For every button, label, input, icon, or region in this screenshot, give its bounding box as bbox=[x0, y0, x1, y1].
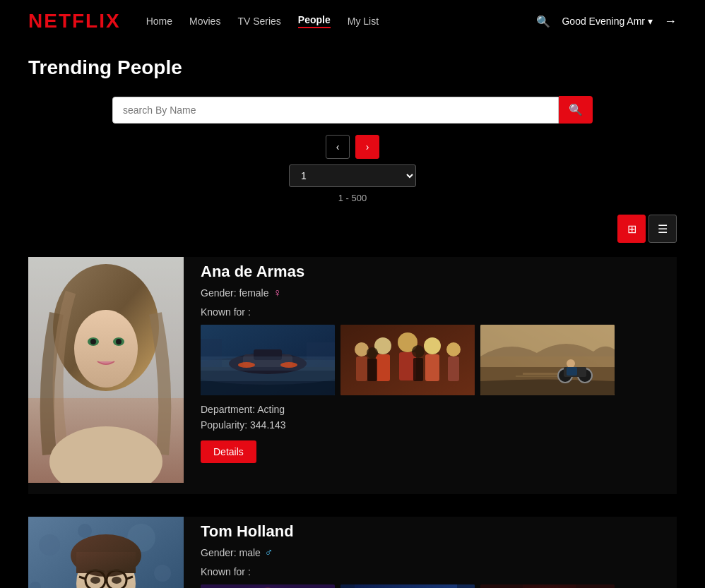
svg-rect-34 bbox=[367, 359, 377, 381]
next-page-button[interactable]: › bbox=[355, 135, 379, 159]
movie-thumbnail[interactable] bbox=[201, 325, 335, 395]
known-for-label: Known for : bbox=[201, 566, 677, 577]
person-name: Ana de Armas bbox=[201, 263, 677, 281]
svg-rect-46 bbox=[523, 373, 558, 375]
svg-point-31 bbox=[446, 342, 461, 356]
known-for-label: Known for : bbox=[201, 306, 677, 318]
svg-rect-94 bbox=[457, 584, 475, 588]
movie-thumbnail[interactable] bbox=[480, 584, 615, 588]
nav-movies[interactable]: Movies bbox=[189, 16, 220, 27]
pagination-arrows: ‹ › bbox=[326, 135, 379, 159]
person-popularity: Popularity: 344.143 bbox=[201, 419, 677, 431]
svg-rect-93 bbox=[340, 584, 355, 588]
svg-point-23 bbox=[355, 342, 369, 356]
svg-rect-80 bbox=[201, 584, 335, 588]
svg-point-3 bbox=[74, 310, 138, 388]
details-button-ana[interactable]: Details bbox=[201, 440, 256, 463]
svg-rect-106 bbox=[576, 584, 615, 588]
page-title: Trending People bbox=[28, 56, 677, 79]
prev-page-button[interactable]: ‹ bbox=[326, 135, 350, 159]
search-button[interactable]: 🔍 bbox=[559, 96, 593, 124]
svg-rect-45 bbox=[567, 367, 577, 376]
movie-thumbnail[interactable] bbox=[340, 325, 475, 395]
svg-rect-105 bbox=[480, 584, 523, 588]
person-photo-tom bbox=[28, 517, 184, 588]
svg-rect-24 bbox=[356, 356, 367, 381]
netflix-logo: NETFLIX bbox=[28, 10, 121, 32]
svg-rect-56 bbox=[76, 552, 136, 573]
svg-point-44 bbox=[567, 359, 575, 368]
person-photo-ana bbox=[28, 257, 184, 483]
header-right: 🔍 Good Evening Amr ▾ → bbox=[536, 14, 677, 29]
svg-rect-30 bbox=[425, 354, 439, 381]
svg-point-49 bbox=[39, 534, 60, 556]
page-select[interactable]: 1 bbox=[289, 164, 416, 187]
search-container: 🔍 bbox=[112, 96, 593, 124]
nav-tv-series[interactable]: TV Series bbox=[237, 16, 280, 27]
person-name: Tom Holland bbox=[201, 522, 677, 541]
person-card: Ana de Armas Gender: female ♀ Known for … bbox=[28, 257, 677, 494]
svg-rect-81 bbox=[340, 584, 475, 588]
view-toggle: ⊞ ☰ bbox=[28, 215, 677, 243]
person-gender: Gender: female ♀ bbox=[201, 287, 677, 299]
svg-point-7 bbox=[116, 339, 122, 344]
user-greeting[interactable]: Good Evening Amr ▾ bbox=[562, 16, 653, 27]
header: NETFLIX Home Movies TV Series People My … bbox=[0, 0, 705, 42]
nav-home[interactable]: Home bbox=[146, 16, 172, 27]
svg-rect-20 bbox=[201, 356, 335, 371]
movie-thumbnail[interactable] bbox=[480, 325, 615, 395]
person-info-tom: Tom Holland Gender: male ♂ Known for : bbox=[201, 517, 677, 588]
search-input[interactable] bbox=[112, 97, 559, 124]
svg-rect-32 bbox=[448, 356, 459, 381]
sign-out-button[interactable]: → bbox=[664, 14, 677, 29]
female-gender-icon: ♀ bbox=[273, 287, 282, 299]
svg-point-52 bbox=[154, 565, 171, 582]
svg-rect-47 bbox=[516, 376, 558, 377]
movie-thumbnail[interactable] bbox=[340, 584, 475, 588]
person-gender: Gender: male ♂ bbox=[201, 546, 677, 559]
svg-point-33 bbox=[367, 347, 378, 359]
nav-my-list[interactable]: My List bbox=[348, 16, 379, 27]
svg-rect-26 bbox=[376, 354, 390, 381]
person-department: Department: Acting bbox=[201, 404, 677, 415]
header-search-button[interactable]: 🔍 bbox=[536, 15, 550, 28]
main-content: Trending People 🔍 ‹ › 1 1 - 500 ⊞ ☰ bbox=[0, 42, 705, 588]
main-nav: Home Movies TV Series People My List bbox=[146, 14, 379, 28]
svg-point-29 bbox=[424, 337, 441, 354]
person-card: Tom Holland Gender: male ♂ Known for : bbox=[28, 517, 677, 588]
list-view-button[interactable]: ☰ bbox=[648, 215, 677, 243]
person-info-ana: Ana de Armas Gender: female ♀ Known for … bbox=[201, 257, 677, 483]
known-for-images bbox=[201, 325, 677, 395]
svg-point-63 bbox=[112, 577, 122, 584]
grid-view-button[interactable]: ⊞ bbox=[617, 215, 646, 243]
svg-point-50 bbox=[78, 524, 92, 538]
svg-rect-36 bbox=[413, 358, 423, 381]
svg-point-35 bbox=[412, 345, 425, 358]
pagination-container: ‹ › 1 1 - 500 bbox=[28, 135, 677, 203]
svg-point-6 bbox=[90, 339, 96, 344]
movie-thumbnail[interactable] bbox=[201, 584, 335, 588]
male-gender-icon: ♂ bbox=[265, 546, 273, 559]
page-range: 1 - 500 bbox=[338, 193, 367, 203]
svg-point-62 bbox=[90, 577, 100, 584]
known-for-images bbox=[201, 584, 677, 588]
nav-people[interactable]: People bbox=[298, 14, 331, 28]
